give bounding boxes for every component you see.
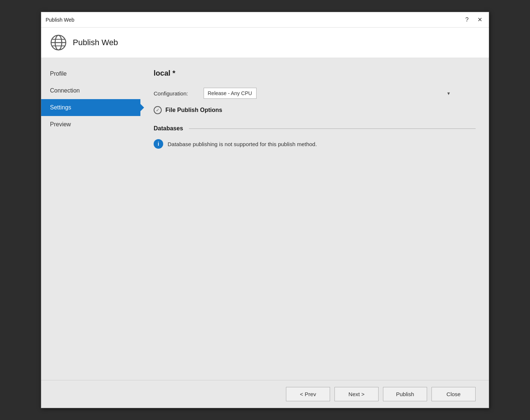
sidebar-item-settings-label: Settings: [50, 104, 71, 111]
footer: < Prev Next > Publish Close: [41, 380, 489, 408]
sidebar-item-preview[interactable]: Preview: [41, 116, 140, 133]
close-button[interactable]: Close: [431, 387, 476, 401]
databases-title: Databases: [154, 125, 183, 132]
publish-web-dialog: Publish Web ? ✕ Publish Web Profile Conn…: [41, 12, 489, 408]
config-select-wrapper: Release - Any CPU Debug - Any CPU Releas…: [204, 88, 454, 99]
databases-section: Databases i Database publishing is not s…: [154, 125, 476, 149]
title-bar-left: Publish Web: [46, 17, 74, 23]
sidebar: Profile Connection Settings Preview: [41, 58, 140, 380]
sidebar-item-profile-label: Profile: [50, 70, 67, 77]
db-info-text: Database publishing is not supported for…: [168, 141, 317, 147]
header-section: Publish Web: [41, 28, 489, 58]
databases-header: Databases: [154, 125, 476, 132]
sidebar-item-connection-label: Connection: [50, 87, 80, 94]
prev-button[interactable]: < Prev: [286, 387, 330, 401]
file-publish-toggle[interactable]: ✓: [154, 106, 162, 114]
config-select[interactable]: Release - Any CPU Debug - Any CPU Releas…: [204, 88, 257, 99]
sidebar-item-profile[interactable]: Profile: [41, 65, 140, 82]
close-title-button[interactable]: ✕: [475, 15, 484, 24]
info-icon: i: [154, 139, 163, 149]
sidebar-item-settings[interactable]: Settings: [41, 99, 140, 116]
header-title: Publish Web: [73, 38, 118, 47]
configuration-row: Configuration: Release - Any CPU Debug -…: [154, 88, 476, 99]
main-content: Profile Connection Settings Preview loca…: [41, 58, 489, 380]
file-publish-label: File Publish Options: [165, 107, 222, 113]
title-bar: Publish Web ? ✕: [41, 12, 489, 28]
sidebar-item-preview-label: Preview: [50, 121, 71, 127]
content-area: local * Configuration: Release - Any CPU…: [140, 58, 489, 380]
file-publish-row: ✓ File Publish Options: [154, 106, 476, 114]
help-button[interactable]: ?: [463, 16, 471, 24]
next-button[interactable]: Next >: [334, 387, 379, 401]
publish-button[interactable]: Publish: [383, 387, 427, 401]
db-info-row: i Database publishing is not supported f…: [154, 139, 476, 149]
config-label: Configuration:: [154, 90, 198, 97]
databases-divider: [189, 128, 476, 129]
dialog-title: Publish Web: [46, 17, 74, 23]
title-bar-controls: ? ✕: [463, 15, 484, 24]
chevron-down-icon: ✓: [156, 108, 160, 113]
profile-name: local *: [154, 69, 476, 77]
sidebar-item-connection[interactable]: Connection: [41, 82, 140, 99]
globe-icon: [50, 34, 67, 51]
